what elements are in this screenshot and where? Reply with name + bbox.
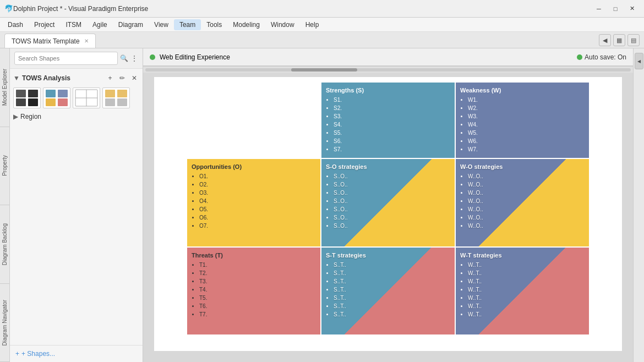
shape-thumb-1[interactable]	[13, 87, 41, 108]
list-item: W1.	[468, 96, 585, 104]
list-item: O6.	[199, 213, 316, 222]
sidebar-item-diagram-backlog[interactable]: Diagram Backlog	[0, 205, 9, 284]
web-editing-title: Web Editing Experience	[160, 53, 230, 61]
matrix-cell-wt[interactable]: W-T strategies W..T.. W..T.. W..T.. W..T…	[456, 248, 589, 335]
svg-rect-6	[46, 98, 56, 106]
tab-back-button[interactable]: ◀	[599, 34, 611, 46]
scrollbar-track[interactable]	[145, 68, 631, 72]
list-item: W..T..	[468, 294, 585, 302]
menu-window[interactable]: Window	[265, 19, 300, 30]
region-group[interactable]: ▶ Region	[12, 111, 140, 123]
list-item: S..O..	[334, 222, 450, 230]
menu-tools[interactable]: Tools	[201, 19, 227, 30]
menu-itsm[interactable]: ITSM	[60, 19, 87, 30]
shape-thumb-3[interactable]	[73, 87, 100, 108]
scrollbar-thumb[interactable]	[291, 68, 357, 72]
right-sidebar-toggle[interactable]: ◀	[635, 53, 643, 69]
list-item: W..T..	[468, 277, 585, 286]
canvas-scrollbar	[143, 66, 633, 73]
group-actions: + ✏ ✕	[105, 73, 139, 83]
sidebar-item-model-explorer[interactable]: Model Explorer	[0, 48, 9, 127]
list-item: S4.	[334, 120, 450, 129]
matrix-cell-weakness[interactable]: Weakness (W) W1. W2. W3. W4. W5. W6. W7.	[456, 83, 589, 158]
list-item: W5.	[468, 129, 585, 137]
tab-close-icon[interactable]: ✕	[84, 38, 89, 44]
region-label: Region	[20, 113, 41, 120]
matrix-cell-strengths[interactable]: Strengths (S) S1. S2. S3. S4. S5. S6. S7…	[321, 83, 455, 158]
matrix-cell-opportunities[interactable]: Opportunities (O) O1. O2. O3. O4. O5. O6…	[187, 159, 320, 246]
group-add-button[interactable]: +	[105, 73, 115, 83]
menu-team[interactable]: Team	[174, 19, 201, 30]
menu-dash[interactable]: Dash	[2, 19, 29, 30]
svg-rect-3	[28, 98, 38, 106]
list-item: O5.	[199, 205, 316, 213]
svg-rect-2	[16, 98, 26, 106]
list-item: S7.	[334, 145, 450, 153]
model-explorer-label: Model Explorer	[2, 69, 8, 106]
close-button[interactable]: ✕	[624, 3, 640, 15]
diagram-canvas[interactable]: Strengths (S) S1. S2. S3. S4. S5. S6. S7…	[154, 77, 622, 351]
panel-menu-icon[interactable]: ⋮	[130, 54, 138, 63]
autosave-status: Auto save: On	[577, 53, 626, 61]
opportunities-list: O1. O2. O3. O4. O5. O6. O7.	[192, 172, 316, 230]
minimize-button[interactable]: ─	[591, 3, 607, 15]
list-item: S6.	[334, 137, 450, 145]
matrix-cell-threats[interactable]: Threats (T) T1. T2. T3. T4. T5. T6. T7.	[187, 248, 320, 335]
app-logo: 🐬	[4, 4, 13, 13]
list-item: S..T..	[334, 310, 450, 319]
matrix-cell-so[interactable]: S-O strategies S..O.. S..O.. S..O.. S..O…	[321, 159, 455, 246]
menu-help[interactable]: Help	[300, 19, 325, 30]
tab-tows-matrix[interactable]: TOWS Matrix Template ✕	[4, 34, 96, 48]
list-item: W..O..	[468, 172, 585, 180]
wt-title: W-T strategies	[460, 252, 585, 259]
tab-grid-button[interactable]: ▦	[613, 34, 625, 46]
strengths-list: S1. S2. S3. S4. S5. S6. S7.	[326, 96, 450, 153]
svg-rect-0	[16, 90, 26, 97]
sidebar-item-diagram-navigator[interactable]: Diagram Navigator	[0, 284, 9, 363]
list-item: W..O..	[468, 189, 585, 197]
wt-list: W..T.. W..T.. W..T.. W..T.. W..T.. W..T.…	[460, 261, 585, 319]
maximize-button[interactable]: □	[608, 3, 623, 15]
group-edit-button[interactable]: ✏	[117, 73, 127, 83]
window-controls: ─ □ ✕	[591, 3, 640, 15]
list-item: W..T..	[468, 302, 585, 310]
list-item: W..O..	[468, 213, 585, 222]
tab-actions: ◀ ▦ ▤	[599, 34, 640, 46]
list-item: O3.	[199, 189, 316, 197]
list-item: S1.	[334, 96, 450, 104]
list-item: S..T..	[334, 261, 450, 269]
menu-agile[interactable]: Agile	[87, 19, 113, 30]
matrix-grid: Strengths (S) S1. S2. S3. S4. S5. S6. S7…	[187, 83, 589, 334]
sidebar-item-property[interactable]: Property	[0, 127, 9, 206]
shape-thumb-4[interactable]	[102, 87, 130, 108]
svg-rect-1	[28, 90, 38, 97]
st-list: S..T.. S..T.. S..T.. S..T.. S..T.. S..T.…	[326, 261, 450, 319]
matrix-cell-st[interactable]: S-T strategies S..T.. S..T.. S..T.. S..T…	[321, 248, 455, 335]
menu-view[interactable]: View	[149, 19, 174, 30]
tab-list-button[interactable]: ▤	[627, 34, 640, 46]
menu-project[interactable]: Project	[29, 19, 60, 30]
menu-modeling[interactable]: Modeling	[227, 19, 265, 30]
matrix-cell-wo[interactable]: W-O strategies W..O.. W..O.. W..O.. W..O…	[456, 159, 589, 246]
so-list: S..O.. S..O.. S..O.. S..O.. S..O.. S..O.…	[326, 172, 450, 230]
list-item: W..O..	[468, 222, 585, 230]
list-item: S..O..	[334, 189, 450, 197]
list-item: S..O..	[334, 172, 450, 180]
matrix-cell-empty	[187, 83, 320, 158]
list-item: S5.	[334, 129, 450, 137]
list-item: O7.	[199, 222, 316, 230]
wo-title: W-O strategies	[460, 163, 585, 170]
canvas-content[interactable]: Strengths (S) S1. S2. S3. S4. S5. S6. S7…	[143, 66, 633, 362]
search-input[interactable]	[14, 52, 118, 65]
list-item: S..T..	[334, 269, 450, 277]
svg-rect-4	[46, 90, 56, 97]
shapes-button[interactable]: + + Shapes...	[10, 345, 143, 362]
shape-thumbnails	[12, 85, 140, 111]
shape-thumb-2[interactable]	[43, 87, 70, 108]
app-title: Dolphin Project * - Visual Paradigm Ente…	[13, 5, 591, 13]
left-panel: 🔍 ⋮ ▼ TOWS Analysis + ✏ ✕	[10, 48, 143, 362]
list-item: S..T..	[334, 302, 450, 310]
menu-diagram[interactable]: Diagram	[113, 19, 149, 30]
group-close-button[interactable]: ✕	[129, 73, 139, 83]
tows-analysis-group[interactable]: ▼ TOWS Analysis + ✏ ✕	[12, 71, 140, 85]
